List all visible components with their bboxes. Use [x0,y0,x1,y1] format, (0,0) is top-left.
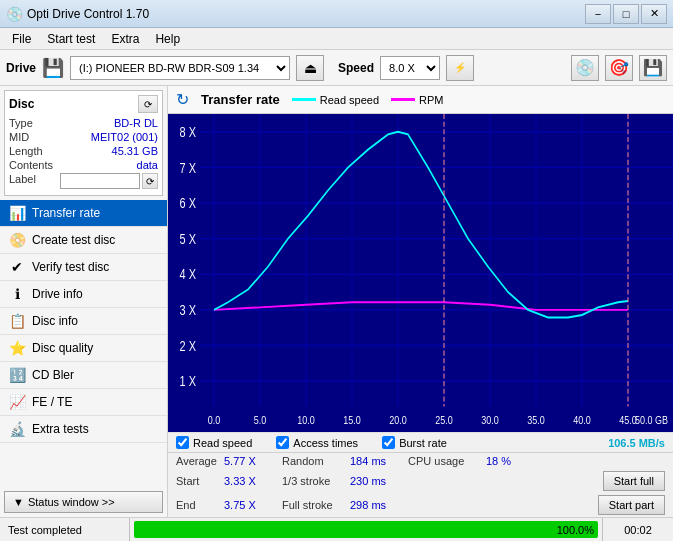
access-times-checkbox[interactable] [276,436,289,449]
main-area: Disc ⟳ Type BD-R DL MID MEIT02 (001) Len… [0,86,673,517]
disc-contents-label: Contents [9,159,53,171]
read-speed-checkbox-label: Read speed [193,437,252,449]
svg-text:20.0: 20.0 [389,414,407,426]
svg-text:15.0: 15.0 [343,414,361,426]
disc-length-value: 45.31 GB [112,145,158,157]
drive-select[interactable]: (I:) PIONEER BD-RW BDR-S09 1.34 [70,56,290,80]
checkboxes-bar: Read speed Access times Burst rate 106.5… [168,432,673,452]
disc-length-row: Length 45.31 GB [9,145,158,157]
drive-icon: 💾 [42,57,64,79]
close-button[interactable]: ✕ [641,4,667,24]
one-third-value: 230 ms [350,475,400,487]
sidebar-item-label-drive-info: Drive info [32,287,83,301]
settings-button[interactable]: 🎯 [605,55,633,81]
disc-mid-row: MID MEIT02 (001) [9,131,158,143]
svg-text:10.0: 10.0 [297,414,315,426]
app-title: Opti Drive Control 1.70 [27,7,585,21]
sidebar-item-cd-bler[interactable]: 🔢CD Bler [0,362,167,389]
legend-read-speed: Read speed [292,94,379,106]
sidebar: Disc ⟳ Type BD-R DL MID MEIT02 (001) Len… [0,86,168,517]
svg-text:35.0: 35.0 [527,414,545,426]
svg-text:5.0: 5.0 [254,414,267,426]
disc-type-value: BD-R DL [114,117,158,129]
start-value: 3.33 X [224,475,274,487]
menubar: File Start test Extra Help [0,28,673,50]
titlebar: 💿 Opti Drive Control 1.70 − □ ✕ [0,0,673,28]
disc-type-row: Type BD-R DL [9,117,158,129]
legend-rpm-color [391,98,415,101]
sidebar-item-create-test-disc[interactable]: 📀Create test disc [0,227,167,254]
minimize-button[interactable]: − [585,4,611,24]
checkbox-read-speed[interactable]: Read speed [176,436,252,449]
svg-text:30.0: 30.0 [481,414,499,426]
disc-label-label: Label [9,173,36,189]
read-speed-checkbox[interactable] [176,436,189,449]
speed-icon-button[interactable]: ⚡ [446,55,474,81]
transfer-rate-chart: 8 X 7 X 6 X 5 X 4 X 3 X 2 X 1 X 0.0 5.0 … [168,114,673,432]
status-window-label: Status window >> [28,496,115,508]
maximize-button[interactable]: □ [613,4,639,24]
sidebar-item-transfer-rate[interactable]: 📊Transfer rate [0,200,167,227]
svg-text:3 X: 3 X [179,303,196,319]
save-button[interactable]: 💾 [639,55,667,81]
disc-quality-icon: ⭐ [8,340,26,356]
verify-test-disc-icon: ✔ [8,259,26,275]
menu-start-test[interactable]: Start test [39,30,103,48]
menu-help[interactable]: Help [147,30,188,48]
disc-label-refresh-button[interactable]: ⟳ [142,173,158,189]
sidebar-item-disc-quality[interactable]: ⭐Disc quality [0,335,167,362]
time-display: 00:02 [603,524,673,536]
menu-file[interactable]: File [4,30,39,48]
app-icon: 💿 [6,6,23,22]
sidebar-item-verify-test-disc[interactable]: ✔Verify test disc [0,254,167,281]
sidebar-item-label-extra-tests: Extra tests [32,422,89,436]
speed-select[interactable]: 8.0 X [380,56,440,80]
fe-te-icon: 📈 [8,394,26,410]
disc-label-input[interactable] [60,173,140,189]
sidebar-item-label-cd-bler: CD Bler [32,368,74,382]
legend-rpm: RPM [391,94,443,106]
disc-button[interactable]: 💿 [571,55,599,81]
disc-contents-value: data [137,159,158,171]
legend-read-speed-color [292,98,316,101]
random-label: Random [282,455,342,467]
full-stroke-value: 298 ms [350,499,400,511]
nav-menu: 📊Transfer rate📀Create test disc✔Verify t… [0,200,167,443]
speed-label: Speed [338,61,374,75]
svg-text:50.0 GB: 50.0 GB [635,414,668,426]
start-part-button[interactable]: Start part [598,495,665,515]
eject-button[interactable]: ⏏ [296,55,324,81]
transfer-rate-icon: 📊 [8,205,26,221]
disc-refresh-button[interactable]: ⟳ [138,95,158,113]
svg-rect-0 [168,114,673,432]
average-label: Average [176,455,216,467]
toolbar: Drive 💾 (I:) PIONEER BD-RW BDR-S09 1.34 … [0,50,673,86]
sidebar-item-drive-info[interactable]: ℹDrive info [0,281,167,308]
end-label: End [176,499,216,511]
chart-header: ↻ Transfer rate Read speed RPM [168,86,673,114]
sidebar-item-extra-tests[interactable]: 🔬Extra tests [0,416,167,443]
metrics-container: Average 5.77 X Random 184 ms CPU usage 1… [168,452,673,517]
statusbar: Test completed 100.0% 00:02 [0,517,673,541]
content-area: ↻ Transfer rate Read speed RPM [168,86,673,517]
sidebar-item-fe-te[interactable]: 📈FE / TE [0,389,167,416]
disc-mid-value: MEIT02 (001) [91,131,158,143]
checkbox-burst-rate[interactable]: Burst rate [382,436,447,449]
legend-rpm-label: RPM [419,94,443,106]
status-window-button[interactable]: ▼ Status window >> [4,491,163,513]
sidebar-item-label-disc-quality: Disc quality [32,341,93,355]
disc-panel: Disc ⟳ Type BD-R DL MID MEIT02 (001) Len… [4,90,163,196]
menu-extra[interactable]: Extra [103,30,147,48]
burst-rate-checkbox[interactable] [382,436,395,449]
random-value: 184 ms [350,455,400,467]
sidebar-item-disc-info[interactable]: 📋Disc info [0,308,167,335]
metrics-row-average: Average 5.77 X Random 184 ms CPU usage 1… [168,453,673,469]
start-full-button[interactable]: Start full [603,471,665,491]
sidebar-item-label-transfer-rate: Transfer rate [32,206,100,220]
checkbox-access-times[interactable]: Access times [276,436,358,449]
full-stroke-label: Full stroke [282,499,342,511]
window-controls: − □ ✕ [585,4,667,24]
access-times-checkbox-label: Access times [293,437,358,449]
cpu-usage-label: CPU usage [408,455,478,467]
chart-container: 8 X 7 X 6 X 5 X 4 X 3 X 2 X 1 X 0.0 5.0 … [168,114,673,432]
